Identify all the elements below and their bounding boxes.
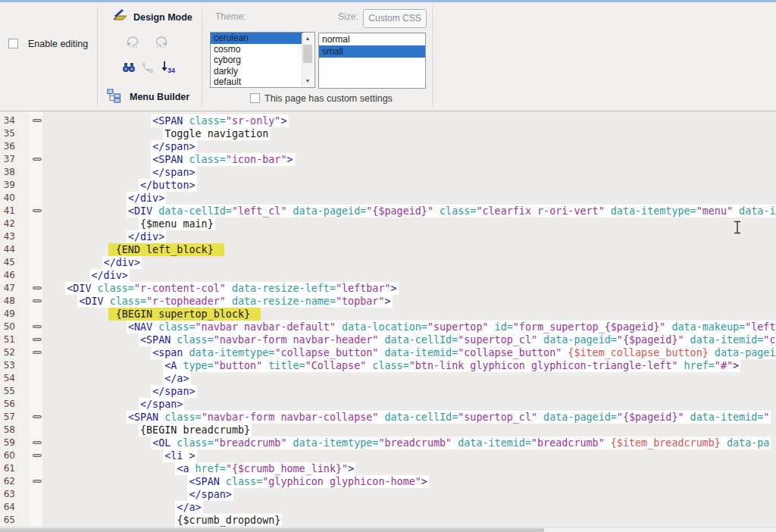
redo-icon[interactable] (152, 36, 169, 52)
code-line[interactable]: 40 </div> (0, 192, 776, 205)
line-number: 43 (0, 230, 15, 243)
custom-settings-checkbox[interactable] (250, 93, 260, 103)
theme-option-cyborg[interactable]: cyborg (211, 55, 303, 66)
line-number: 45 (0, 256, 15, 269)
svg-text:A: A (142, 61, 146, 68)
fold-collapse-icon[interactable] (33, 415, 42, 418)
line-number: 35 (0, 127, 15, 140)
line-number: 40 (0, 192, 15, 205)
line-number: 60 (0, 449, 15, 462)
size-listbox[interactable]: normalsmall (318, 33, 426, 89)
goto-line-icon[interactable]: 34 (161, 61, 180, 77)
enable-editing-checkbox[interactable] (8, 39, 18, 49)
toolbar-separator (202, 7, 202, 106)
code-line[interactable]: 64 </a> (0, 501, 776, 514)
fold-collapse-icon[interactable] (33, 286, 42, 289)
code-line[interactable]: 42 {$menu main} (0, 217, 776, 230)
fold-collapse-icon[interactable] (33, 158, 42, 161)
fold-collapse-icon[interactable] (33, 480, 42, 483)
line-number: 48 (0, 295, 15, 308)
custom-settings-label: This page has custom settings (264, 93, 393, 104)
line-number: 44 (0, 243, 15, 256)
code-line[interactable]: 60 <li > (0, 449, 776, 462)
line-number: 61 (0, 462, 15, 475)
theme-scrollbar[interactable]: ▲ ▼ (302, 33, 314, 86)
fold-collapse-icon[interactable] (33, 325, 42, 328)
scroll-down-icon[interactable]: ▼ (302, 76, 313, 86)
undo-icon[interactable] (125, 36, 142, 52)
svg-text:B: B (149, 67, 153, 74)
line-number: 53 (0, 359, 15, 372)
custom-css-button[interactable]: Custom CSS (363, 9, 427, 28)
line-number: 42 (0, 217, 15, 230)
theme-option-default[interactable]: default (211, 77, 303, 88)
line-number: 36 (0, 140, 15, 153)
code-line[interactable]: 41 <DIV data-cellId="left_cl" data-pagei… (0, 205, 776, 217)
code-line[interactable]: 58 {BEGIN breadcrumb} (0, 424, 776, 437)
line-number: 54 (0, 372, 15, 385)
code-line[interactable]: 62 <SPAN class="glyphicon glyphicon-home… (0, 475, 776, 488)
code-line[interactable]: 37 <SPAN class="icon-bar"> (0, 153, 776, 166)
code-line[interactable]: 56 </span> (0, 398, 776, 411)
fold-collapse-icon[interactable] (33, 441, 42, 444)
code-line[interactable]: 59 <OL class="breadcrumb" data-itemtype=… (0, 437, 776, 449)
find-icon[interactable] (122, 61, 136, 77)
line-number: 64 (0, 501, 15, 514)
code-line[interactable]: 43 </div> (0, 230, 776, 243)
line-number: 39 (0, 179, 15, 192)
line-number: 63 (0, 488, 15, 501)
code-line[interactable]: 65 {$crumb_dropdown} (0, 514, 776, 527)
design-mode-icon[interactable] (111, 8, 128, 27)
code-line[interactable]: 46 </div> (0, 269, 776, 282)
line-number: 58 (0, 424, 15, 437)
theme-option-cosmo[interactable]: cosmo (211, 44, 303, 55)
code-line[interactable]: 44 {END left_block} (0, 243, 776, 256)
code-line[interactable]: 48 <DIV class="r-topheader" data-resize-… (0, 295, 776, 308)
size-label: Size: (338, 11, 358, 22)
fold-collapse-icon[interactable] (33, 351, 42, 354)
size-option-normal[interactable]: normal (319, 33, 425, 45)
fold-collapse-icon[interactable] (33, 299, 42, 302)
code-line[interactable]: 63 </span> (0, 488, 776, 501)
code-line[interactable]: 57 <SPAN class="navbar-form navbar-colla… (0, 411, 776, 424)
line-number: 37 (0, 153, 15, 166)
code-line[interactable]: 54 </a> (0, 372, 776, 385)
replace-icon[interactable]: A B (141, 61, 155, 77)
menu-builder-button[interactable]: Menu Builder (130, 92, 189, 102)
code-line[interactable]: 38 </span> (0, 166, 776, 179)
line-number: 59 (0, 437, 15, 449)
code-line[interactable]: 34 <SPAN class="sr-only"> (0, 114, 776, 127)
line-number: 65 (0, 514, 15, 527)
code-line[interactable]: 47 <DIV class="r-content-col" data-resiz… (0, 282, 776, 295)
size-option-small[interactable]: small (319, 45, 425, 58)
theme-option-darkly[interactable]: darkly (211, 66, 303, 77)
fold-collapse-icon[interactable] (33, 454, 42, 457)
code-line[interactable]: 45 </div> (0, 256, 776, 269)
code-line[interactable]: 52 <span data-itemtype="collapse_button"… (0, 346, 776, 359)
horizontal-scrollbar-thumb[interactable] (0, 528, 544, 532)
code-line[interactable]: 50 <NAV class="navbar navbar-default" da… (0, 321, 776, 333)
menu-builder-icon[interactable] (107, 89, 121, 106)
fold-collapse-icon[interactable] (33, 338, 42, 341)
code-line[interactable]: 39 </button> (0, 179, 776, 192)
theme-listbox[interactable]: ceruleancosmocyborgdarklydefault ▲ ▼ (210, 32, 315, 88)
scroll-up-icon[interactable]: ▲ (302, 33, 313, 44)
toolbar-separator (97, 7, 98, 106)
line-number: 41 (0, 205, 15, 217)
code-editor[interactable]: 34 <SPAN class="sr-only">35 Toggle navig… (0, 111, 776, 527)
code-line[interactable]: 61 <a href="{$crumb_home_link}"> (0, 462, 776, 475)
goto-line-number: 34 (167, 67, 175, 74)
horizontal-scrollbar[interactable] (0, 527, 776, 532)
code-line[interactable]: 36 </span> (0, 140, 776, 153)
scrollbar-thumb[interactable] (303, 45, 312, 63)
code-line[interactable]: 53 <A type="button" title="Collapse" cla… (0, 359, 776, 372)
fold-collapse-icon[interactable] (33, 119, 42, 122)
theme-option-cerulean[interactable]: cerulean (211, 33, 303, 44)
code-line[interactable]: 51 <SPAN class="navbar-form navbar-heade… (0, 333, 776, 346)
code-line[interactable]: 35 Toggle navigation (0, 127, 776, 140)
design-mode-button[interactable]: Design Mode (133, 12, 192, 23)
line-number: 34 (0, 114, 15, 127)
code-line[interactable]: 49 {BEGIN supertop_block} (0, 308, 776, 321)
fold-collapse-icon[interactable] (33, 209, 42, 212)
code-line[interactable]: 55 </span> (0, 385, 776, 398)
